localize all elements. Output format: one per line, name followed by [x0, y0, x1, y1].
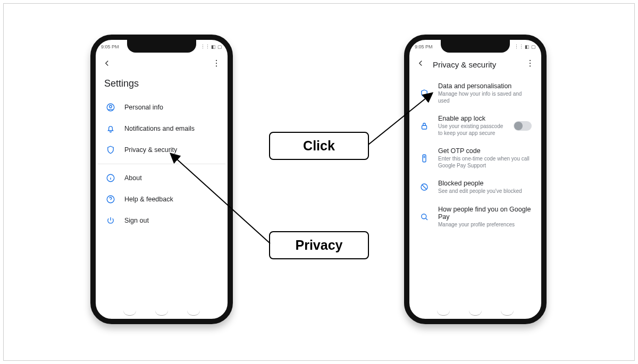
settings-list: Personal info Notifications and emails P…	[96, 97, 228, 231]
nav-bar	[409, 310, 541, 316]
privacy-item-data-personalisation[interactable]: Data and personalisation Manage how your…	[412, 77, 539, 109]
settings-item-help[interactable]: Help & feedback	[98, 189, 225, 210]
item-label: Enable app lock	[438, 115, 505, 122]
item-label: Privacy & security	[124, 146, 177, 154]
item-label: Personal info	[124, 104, 163, 111]
appbar-privacy: Privacy & security	[409, 54, 541, 75]
status-time: 9:05 PM	[415, 44, 433, 49]
svg-point-9	[530, 65, 531, 66]
item-label: Sign out	[124, 217, 149, 224]
more-icon[interactable]	[212, 58, 221, 70]
phone-notch	[441, 39, 510, 53]
svg-rect-10	[422, 125, 427, 129]
svg-point-13	[422, 214, 426, 219]
settings-item-notifications[interactable]: Notifications and emails	[98, 118, 225, 139]
svg-point-8	[530, 63, 531, 64]
app-lock-toggle[interactable]	[514, 121, 532, 131]
callout-privacy: Privacy	[269, 231, 369, 259]
item-subtext: Manage your profile preferences	[438, 222, 532, 228]
item-label: Data and personalisation	[438, 82, 532, 90]
nav-bar	[96, 310, 228, 316]
svg-point-2	[216, 65, 217, 66]
phone-privacy: 9:05 PM ⋮⋮ ◧ ▢ Privacy & security Data a…	[404, 35, 547, 324]
page-title: Settings	[96, 75, 228, 97]
svg-point-7	[530, 60, 531, 61]
power-icon	[105, 215, 116, 226]
more-icon[interactable]	[525, 58, 535, 70]
back-icon[interactable]	[416, 58, 425, 70]
svg-point-4	[110, 105, 112, 108]
item-label: How people find you on Google Pay	[438, 206, 532, 221]
settings-item-privacy-security[interactable]: Privacy & security	[98, 139, 225, 160]
privacy-list: Data and personalisation Manage how your…	[409, 75, 541, 233]
item-label: Help & feedback	[124, 196, 173, 203]
item-subtext: Use your existing passcode to keep your …	[438, 123, 505, 137]
settings-item-signout[interactable]: Sign out	[98, 210, 225, 231]
block-icon	[419, 182, 430, 192]
shield-icon	[105, 145, 116, 155]
back-icon[interactable]	[102, 58, 112, 70]
bell-icon	[105, 123, 116, 134]
privacy-item-otp[interactable]: Get OTP code Enter this one-time code wh…	[412, 142, 539, 174]
appbar-title: Privacy & security	[433, 60, 496, 69]
settings-item-about[interactable]: About	[98, 167, 225, 189]
divider	[98, 164, 225, 164]
item-label: About	[124, 174, 142, 182]
svg-point-0	[216, 60, 217, 61]
svg-point-1	[216, 63, 217, 64]
status-icons: ⋮⋮ ◧ ▢	[514, 44, 536, 49]
item-subtext: Manage how your info is saved and used	[438, 91, 532, 104]
search-icon	[419, 211, 430, 222]
info-icon	[105, 173, 116, 183]
phone-settings: 9:05 PM ⋮⋮ ◧ ▢ Settings Personal info No…	[90, 35, 233, 324]
appbar-settings	[96, 54, 228, 75]
item-label: Blocked people	[438, 180, 522, 187]
privacy-item-app-lock[interactable]: Enable app lock Use your existing passco…	[412, 109, 539, 142]
otp-icon	[419, 153, 430, 164]
item-subtext: See and edit people you've blocked	[438, 188, 522, 195]
shield-icon	[419, 88, 430, 99]
privacy-item-find-you[interactable]: How people find you on Google Pay Manage…	[412, 200, 539, 234]
user-circle-icon	[105, 102, 116, 113]
callout-click: Click	[269, 132, 369, 160]
settings-item-personal-info[interactable]: Personal info	[98, 97, 225, 118]
phone-notch	[127, 39, 196, 53]
lock-icon	[419, 121, 430, 131]
privacy-item-blocked[interactable]: Blocked people See and edit people you'v…	[412, 174, 539, 200]
help-icon	[105, 194, 116, 205]
item-subtext: Enter this one-time code when you call G…	[438, 156, 532, 169]
status-icons: ⋮⋮ ◧ ▢	[200, 44, 222, 49]
item-label: Notifications and emails	[124, 125, 195, 132]
svg-rect-11	[423, 155, 426, 162]
status-time: 9:05 PM	[101, 44, 119, 49]
item-label: Get OTP code	[438, 147, 532, 155]
